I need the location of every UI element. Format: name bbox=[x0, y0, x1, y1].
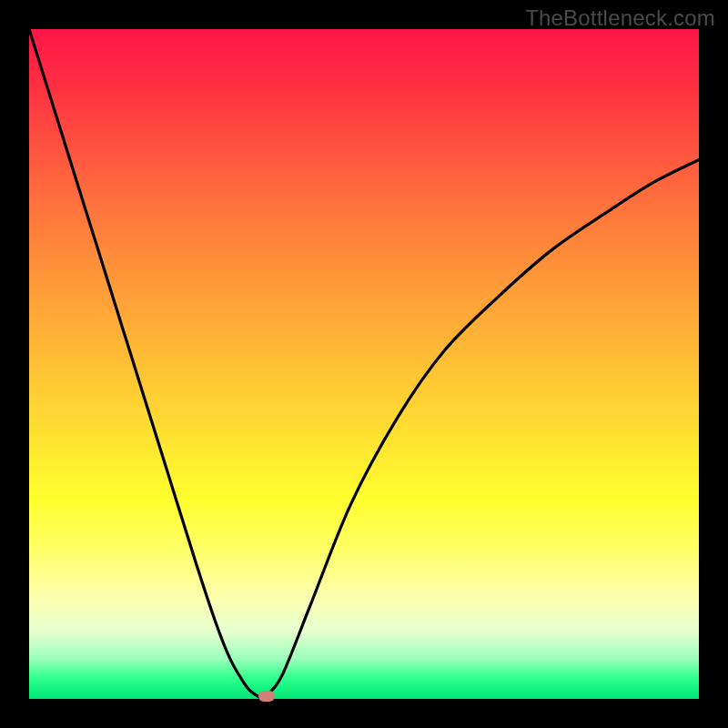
optimal-marker bbox=[258, 691, 275, 702]
chart-frame: TheBottleneck.com bbox=[0, 0, 728, 728]
bottleneck-curve bbox=[29, 29, 699, 699]
watermark-text: TheBottleneck.com bbox=[525, 5, 715, 31]
